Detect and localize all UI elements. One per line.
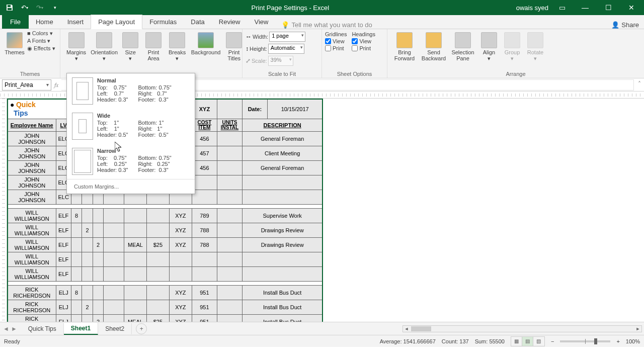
sheet-tab-sheet2[interactable]: Sheet2	[98, 323, 132, 334]
view-page-break-icon[interactable]: ▧	[533, 337, 544, 346]
view-normal-icon[interactable]: ▦	[511, 337, 522, 346]
maximize-icon[interactable]: ☐	[599, 1, 618, 14]
table-row[interactable]: WILL WILLIAMSONELF	[8, 267, 323, 282]
status-sum: Sum: 55500	[475, 338, 505, 344]
table-row[interactable]: RICK RICHERDSONELJ2XYZ951Install Bus Duc…	[8, 300, 323, 315]
tab-page-layout[interactable]: Page Layout	[91, 15, 142, 29]
collapse-ribbon-icon[interactable]: ˄	[638, 80, 641, 87]
gridlines-print-checkbox[interactable]: Print	[325, 45, 347, 51]
tell-me[interactable]: 💡 Tell me what you want to do	[275, 21, 372, 29]
date-label: Date:	[242, 99, 267, 119]
status-average: Average: 1541.666667	[380, 338, 436, 344]
tab-home[interactable]: Home	[29, 15, 60, 29]
save-icon[interactable]	[3, 1, 16, 14]
vertical-ruler	[0, 99, 7, 322]
close-icon[interactable]: ✕	[622, 1, 641, 14]
margins-option-narrow[interactable]: Narrow Top: 0.75" Left: 0.25" Header: 0.…	[67, 144, 195, 179]
height-icon: ↕	[246, 45, 249, 52]
tab-review[interactable]: Review	[212, 15, 248, 29]
margins-option-wide[interactable]: Wide Top: 1" Left: 1" Header: 0.5" Botto…	[67, 109, 195, 144]
orientation-button[interactable]: Orientation▾	[90, 30, 118, 63]
table-row[interactable]: WILL WILLIAMSONELF2MEAL$25XYZ788Drawings…	[8, 238, 323, 252]
headings-view-checkbox[interactable]: View	[352, 38, 375, 44]
account-name[interactable]: owais syed	[516, 4, 548, 12]
headings-print-checkbox[interactable]: Print	[352, 45, 375, 51]
ribbon-display-icon[interactable]: ▭	[552, 1, 572, 14]
redo-icon[interactable]: ↷▾	[33, 1, 46, 14]
status-ready: Ready	[4, 338, 20, 344]
xyz-header: XYZ	[192, 99, 217, 119]
margins-dropdown: Normal Top: 0.75" Left: 0.7" Header: 0.3…	[66, 73, 195, 194]
view-page-layout-icon[interactable]: ▤	[522, 337, 533, 346]
size-button[interactable]: Size▾	[119, 30, 141, 63]
qat-customize-icon[interactable]: ▾	[48, 1, 61, 14]
gridlines-view-checkbox[interactable]: View	[325, 38, 347, 44]
scroll-right-icon[interactable]: ►	[634, 326, 641, 331]
height-combo[interactable]: Automatic	[268, 44, 304, 54]
zoom-level[interactable]: 100%	[626, 338, 640, 344]
table-row[interactable]: WILL WILLIAMSONELF2XYZ788Drawings Review	[8, 223, 323, 238]
file-tab[interactable]: File	[2, 15, 29, 29]
colors-button[interactable]: ■ Colors ▾	[27, 30, 55, 37]
table-row[interactable]: WILL WILLIAMSONELF	[8, 252, 323, 267]
tab-nav-prev[interactable]: ◄	[3, 325, 9, 332]
tab-insert[interactable]: Insert	[60, 15, 91, 29]
window-title: Print Page Settings - Excel	[64, 4, 516, 12]
new-sheet-button[interactable]: +	[136, 323, 147, 334]
lightbulb-icon: 💡	[281, 21, 289, 29]
custom-margins-button[interactable]: Custom Margins...	[67, 179, 195, 194]
sheet-options-label: Sheet Options	[325, 70, 384, 78]
background-button[interactable]: Background	[190, 30, 222, 57]
table-row[interactable]: RICK RICHERDSONELJ8XYZ951Install Bus Duc…	[8, 286, 323, 300]
margins-preview-icon	[72, 77, 93, 105]
table-row[interactable]: WILL WILLIAMSONELF8XYZ789Supervise Work	[8, 209, 323, 223]
headings-label: Headings	[352, 31, 375, 37]
scale-icon: ⤢	[246, 57, 251, 64]
bring-forward-button[interactable]: Bring Forward	[390, 30, 419, 63]
sheet-tab-quick-tips[interactable]: Quick Tips	[21, 323, 64, 334]
minimize-icon[interactable]: —	[576, 1, 595, 14]
gridlines-label: Gridlines	[325, 31, 347, 37]
share-button[interactable]: 👤Share	[611, 21, 639, 29]
margins-button[interactable]: Margins▾	[63, 30, 89, 63]
scale-group-label: Scale to Fit	[246, 70, 318, 78]
name-box[interactable]: Print_Area	[2, 79, 51, 90]
quick-tips-logo: ● Quick Tips	[10, 101, 69, 118]
tab-formulas[interactable]: Formulas	[142, 15, 184, 29]
print-titles-button[interactable]: Print Titles	[223, 30, 245, 63]
col-units: UNITS INSTAL	[217, 119, 242, 132]
fx-icon[interactable]: 𝑓𝑥	[54, 81, 58, 88]
scroll-left-icon[interactable]: ◄	[403, 326, 410, 331]
col-description: DESCRIPTION	[242, 119, 323, 132]
zoom-out-button[interactable]: −	[551, 338, 554, 344]
align-button[interactable]: Align▾	[478, 30, 500, 63]
undo-icon[interactable]: ↶▾	[18, 1, 31, 14]
horizontal-scrollbar[interactable]: ◄ ►	[403, 325, 642, 332]
tab-nav-next[interactable]: ►	[11, 325, 17, 332]
effects-button[interactable]: ◉ Effects ▾	[27, 45, 55, 52]
sheet-tab-sheet1[interactable]: Sheet1	[64, 323, 98, 335]
col-cost: COST ITEM	[192, 119, 217, 132]
themes-group-label: Themes	[3, 70, 57, 78]
print-area-button[interactable]: Print Area	[142, 30, 165, 63]
zoom-slider[interactable]	[560, 340, 610, 342]
width-combo[interactable]: 1 page	[269, 32, 305, 42]
fonts-button[interactable]: A Fonts ▾	[27, 38, 55, 44]
send-backward-button[interactable]: Send Backward	[420, 30, 448, 63]
margins-preview-icon	[72, 113, 93, 140]
status-bar: Ready Average: 1541.666667 Count: 137 Su…	[0, 335, 644, 347]
tab-data[interactable]: Data	[184, 15, 211, 29]
zoom-in-button[interactable]: +	[616, 338, 619, 344]
themes-button[interactable]: Themes	[3, 30, 26, 57]
title-bar: ↶▾ ↷▾ ▾ Print Page Settings - Excel owai…	[0, 0, 644, 15]
margins-option-normal[interactable]: Normal Top: 0.75" Left: 0.7" Header: 0.3…	[67, 73, 195, 109]
rotate-button: Rotate▾	[524, 30, 546, 63]
table-row[interactable]: RICK RICHERDSONELJ2MEAL$25XYZ951Install …	[8, 315, 323, 322]
svg-rect-0	[8, 5, 11, 7]
width-icon: ↔	[246, 33, 252, 40]
scale-combo: 39%	[268, 56, 293, 66]
scroll-thumb[interactable]	[411, 326, 431, 331]
tab-view[interactable]: View	[247, 15, 275, 29]
selection-pane-button[interactable]: Selection Pane	[449, 30, 477, 63]
breaks-button[interactable]: Breaks▾	[166, 30, 189, 63]
